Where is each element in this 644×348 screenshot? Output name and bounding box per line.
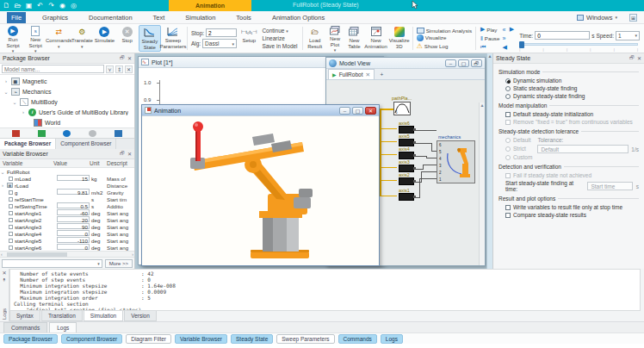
- gray-diamond-icon[interactable]: [89, 130, 96, 137]
- run-icon[interactable]: ◉: [59, 2, 66, 9]
- value-input[interactable]: 90: [57, 223, 90, 229]
- close-panel-icon[interactable]: ✕: [127, 55, 132, 61]
- value-input[interactable]: 15: [57, 175, 90, 181]
- clear-search-icon[interactable]: ✕: [125, 65, 133, 73]
- radio-tolerance-strict[interactable]: Strict: [505, 146, 532, 152]
- tab-file[interactable]: File: [7, 12, 26, 23]
- variable-row[interactable]: ›▦rLoad Distance: [0, 182, 134, 189]
- stop-button[interactable]: ✕ Stop: [116, 25, 139, 52]
- pause-button[interactable]: ‖Pause: [480, 35, 499, 41]
- animation-window-titlebar[interactable]: Animation – ▢ ✕: [142, 105, 379, 116]
- variable-row[interactable]: startAngle5 -110 deg Start ang: [0, 237, 134, 244]
- horizontal-scrollbar[interactable]: ‹›: [0, 251, 134, 257]
- load-result-button[interactable]: 🗁 Load Result: [305, 25, 325, 52]
- log-output[interactable]: Number of state events : 42 Number of st…: [9, 269, 641, 311]
- variable-row[interactable]: ⌄FullRobot: [0, 168, 134, 175]
- log-tab-simulation[interactable]: Simulation: [84, 311, 123, 321]
- expander-icon[interactable]: ›: [0, 183, 5, 188]
- linearize-button[interactable]: Linearize: [262, 35, 297, 41]
- redo-icon[interactable]: ↷: [47, 2, 55, 9]
- ribbon-collapse-icon[interactable]: ⊞: [629, 14, 637, 22]
- expander-icon[interactable]: ›: [21, 109, 26, 115]
- expander-icon[interactable]: ⌄: [0, 169, 5, 175]
- variable-row[interactable]: startAngle4 0 deg Start ang: [0, 230, 134, 237]
- expander-icon[interactable]: ⌄: [3, 89, 9, 95]
- step-forward-icon[interactable]: ▶: [510, 26, 514, 33]
- sweep-parameters-button[interactable]: Sweep Parameters: [161, 25, 185, 52]
- contextual-tab-animation[interactable]: Animation: [169, 0, 251, 11]
- axis-block[interactable]: [399, 193, 414, 201]
- tree-item-magnetic[interactable]: › ◼ Magnetic: [0, 76, 134, 86]
- variable-row[interactable]: startAngle2 20 deg Start ang: [0, 216, 134, 223]
- tolerance-input[interactable]: Default: [537, 145, 629, 153]
- pathplanning-block[interactable]: 6: [393, 102, 411, 115]
- radio-tolerance-default[interactable]: Default: [505, 137, 532, 143]
- setup-button[interactable]: ⊢t₀t₁⊣ Setup: [238, 25, 259, 52]
- value-input[interactable]: 0: [57, 230, 90, 236]
- close-tab-icon[interactable]: ✕: [365, 71, 369, 78]
- minimize-button[interactable]: –: [339, 107, 350, 115]
- new-table-button[interactable]: New Table: [344, 25, 363, 52]
- float-panel-icon[interactable]: 🗗: [120, 151, 125, 157]
- checkbox[interactable]: [9, 218, 13, 222]
- model-name-search-input[interactable]: [2, 65, 104, 73]
- value-input[interactable]: 20: [57, 216, 90, 222]
- tree-item-mechanics[interactable]: ⌄ ⌁ Mechanics: [0, 86, 134, 96]
- checkbox[interactable]: [9, 197, 13, 202]
- value-input[interactable]: 9.81: [57, 189, 90, 195]
- float-panel-icon[interactable]: 🗗: [120, 55, 125, 61]
- more-button[interactable]: More >>: [105, 259, 133, 268]
- variable-row[interactable]: refSwingTime 0.5 s Additio: [0, 202, 134, 209]
- model-view-titlebar[interactable]: Model View – ▢ 🗗: [326, 58, 485, 69]
- blue-square-icon[interactable]: [115, 130, 122, 137]
- steady-state-button[interactable]: Steady State: [139, 25, 161, 52]
- checkbox[interactable]: [9, 239, 13, 243]
- status-component-browser[interactable]: Component Browser: [61, 334, 122, 344]
- log-tab-version[interactable]: Version: [124, 311, 157, 321]
- status-diagram-filter[interactable]: Diagram Filter: [126, 334, 171, 344]
- continue-menu[interactable]: Continue ▾: [262, 28, 297, 34]
- translate-button[interactable]: ⚙ Translate▾: [71, 25, 93, 52]
- axis-block[interactable]: [399, 152, 414, 159]
- checkbox-default-steady-state-init[interactable]: Default steady-state initialization: [505, 111, 639, 117]
- variable-row[interactable]: g 9.81 m/s2 Gravity: [0, 189, 134, 196]
- minimize-button[interactable]: –: [445, 59, 456, 67]
- checkbox[interactable]: [9, 211, 13, 215]
- slider-handle[interactable]: [519, 41, 524, 48]
- tab-component-browser[interactable]: Component Browser: [56, 139, 116, 149]
- algorithm-select[interactable]: Dassl▾: [202, 39, 237, 48]
- checkbox-write-variables[interactable]: Write variables to result file only at s…: [505, 204, 639, 210]
- close-panel-icon[interactable]: ✕: [2, 270, 6, 276]
- checkbox[interactable]: [9, 232, 13, 236]
- simulate-button[interactable]: ▶ Simulate: [93, 25, 115, 52]
- value-input[interactable]: 0.5: [57, 202, 90, 208]
- tree-item-world[interactable]: World: [0, 117, 134, 127]
- status-sweep-parameters[interactable]: Sweep Parameters: [276, 334, 334, 344]
- variable-row[interactable]: startAngle1 -60 deg Start ang: [0, 209, 134, 216]
- blue-diamond-icon[interactable]: [63, 130, 71, 137]
- grid-icon[interactable]: [38, 130, 46, 137]
- filter-icon[interactable]: ⋎: [106, 65, 114, 73]
- checkbox-fail-if-not-achieved[interactable]: Fail if steady state not achieved: [505, 172, 639, 178]
- axis-block[interactable]: [399, 139, 414, 146]
- new-animation-button[interactable]: New Animation: [364, 25, 388, 52]
- mdi-vertical-scrollbar[interactable]: ▲: [486, 53, 492, 269]
- restore-button[interactable]: 🗗: [471, 59, 482, 67]
- show-log-button[interactable]: ⚠Show Log: [417, 42, 472, 50]
- new-model-tab-button[interactable]: +: [377, 70, 387, 79]
- new-file-icon[interactable]: 🗋: [3, 2, 10, 9]
- visualize-3d-button[interactable]: Visualize 3D: [388, 25, 411, 52]
- new-script-button[interactable]: s New Script▾: [24, 25, 46, 52]
- mechanics-block[interactable]: 6 5 4 3 2 1: [437, 140, 475, 183]
- status-steady-state[interactable]: Steady State: [231, 334, 273, 344]
- checkbox[interactable]: [9, 245, 13, 250]
- variable-row[interactable]: mLoad 15 kg Mass of: [0, 175, 134, 182]
- status-variable-browser[interactable]: Variable Browser: [175, 334, 227, 344]
- dock-tab-logs[interactable]: Logs: [49, 322, 77, 332]
- animation-window[interactable]: Animation – ▢ ✕: [141, 104, 380, 266]
- open-file-icon[interactable]: 🗁: [14, 2, 22, 9]
- model-tab-fullrobot[interactable]: ▶ FullRobot ✕: [328, 69, 375, 79]
- status-logs[interactable]: Logs: [381, 334, 403, 344]
- save-icon[interactable]: ▣: [25, 2, 33, 9]
- simulation-analysis-button[interactable]: Simulation Analysis: [417, 28, 472, 34]
